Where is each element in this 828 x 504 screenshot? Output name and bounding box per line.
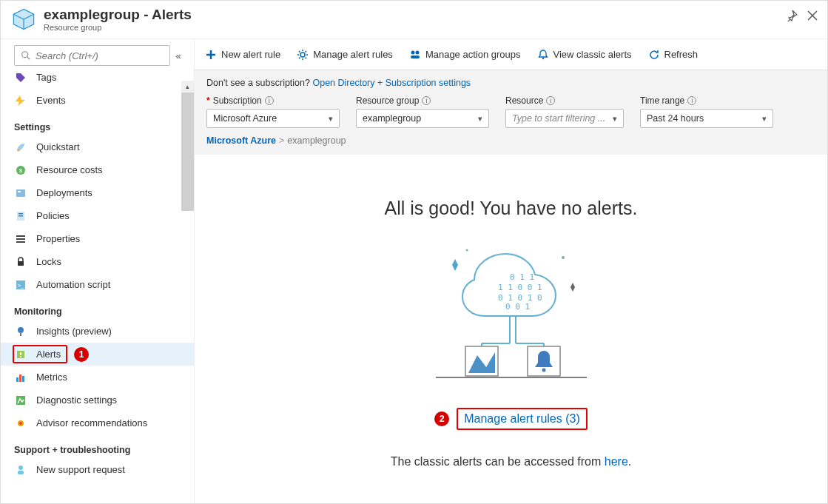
- tag-icon: [14, 72, 27, 84]
- breadcrumb-current: examplegroup: [287, 135, 346, 146]
- sidebar-item-label: Policies: [36, 210, 70, 221]
- search-placeholder: Search (Ctrl+/): [36, 50, 98, 61]
- svg-rect-13: [18, 213, 23, 215]
- manage-alert-rules-button[interactable]: Manage alert rules: [297, 49, 393, 61]
- svg-rect-39: [411, 56, 420, 58]
- sidebar-item-policies[interactable]: Policies: [1, 204, 194, 227]
- manage-alert-rules-link[interactable]: Manage alert rules (3): [464, 412, 580, 425]
- empty-state-title: All is good! You have no alerts.: [385, 198, 638, 219]
- sidebar-item-diagnostic-settings[interactable]: Diagnostic settings: [1, 389, 194, 411]
- bell-icon: [537, 49, 549, 61]
- sidebar-item-label: Metrics: [36, 372, 67, 383]
- view-classic-alerts-button[interactable]: View classic alerts: [537, 49, 632, 61]
- svg-point-36: [300, 53, 305, 57]
- sidebar-item-properties[interactable]: Properties: [1, 227, 194, 250]
- svg-line-5: [27, 57, 30, 60]
- info-icon[interactable]: i: [687, 96, 696, 105]
- sidebar-group-monitoring: Monitoring: [1, 296, 194, 320]
- svg-point-37: [411, 50, 414, 54]
- sidebar-item-tags[interactable]: Tags: [1, 67, 194, 89]
- select-value: examplegroup: [363, 113, 421, 124]
- manage-action-groups-button[interactable]: Manage action groups: [409, 49, 521, 61]
- svg-rect-15: [16, 235, 25, 237]
- empty-state: All is good! You have no alerts. 0 1 1 1…: [195, 155, 827, 503]
- toolbar-label: New alert rule: [221, 49, 280, 60]
- info-icon[interactable]: i: [265, 96, 274, 105]
- policies-icon: [14, 210, 27, 222]
- sidebar-item-resource-costs[interactable]: $ Resource costs: [1, 158, 194, 181]
- svg-rect-33: [18, 471, 24, 474]
- properties-icon: [14, 233, 27, 245]
- advisor-icon: [14, 417, 27, 429]
- events-icon: [14, 95, 27, 107]
- select-value: Past 24 hours: [647, 113, 704, 124]
- empty-state-illustration: 0 1 1 1 1 0 0 1 0 1 0 1 0 0 0 1: [423, 235, 600, 386]
- sidebar-item-events[interactable]: Events: [1, 89, 194, 112]
- svg-rect-28: [22, 376, 24, 382]
- search-input[interactable]: Search (Ctrl+/): [14, 45, 170, 66]
- breadcrumb-root-link[interactable]: Microsoft Azure: [206, 135, 276, 146]
- classic-suffix: .: [628, 455, 631, 468]
- select-value: Microsoft Azure: [213, 113, 277, 124]
- sidebar-item-alerts[interactable]: Alerts 1: [1, 343, 194, 366]
- subscription-note: Don't see a subscription? Open Directory…: [206, 78, 815, 88]
- info-icon[interactable]: i: [546, 96, 555, 105]
- note-prefix: Don't see a subscription?: [206, 78, 312, 88]
- svg-point-21: [18, 327, 24, 333]
- sidebar-item-deployments[interactable]: Deployments: [1, 181, 194, 204]
- callout-highlight-2: Manage alert rules (3): [457, 408, 588, 430]
- svg-rect-27: [19, 374, 21, 382]
- collapse-sidebar-icon[interactable]: «: [170, 50, 186, 61]
- classic-alerts-link[interactable]: here: [605, 455, 628, 468]
- sidebar-item-metrics[interactable]: Metrics: [1, 366, 194, 389]
- new-alert-rule-button[interactable]: New alert rule: [205, 49, 280, 61]
- toolbar-label: Manage alert rules: [313, 49, 393, 60]
- sidebar-item-automation-script[interactable]: >_ Automation script: [1, 273, 194, 296]
- sidebar-item-label: Events: [36, 95, 66, 106]
- sidebar-item-quickstart[interactable]: Quickstart: [1, 135, 194, 158]
- close-icon[interactable]: [807, 10, 818, 24]
- sidebar-item-locks[interactable]: Locks: [1, 250, 194, 273]
- lock-icon: [14, 256, 27, 268]
- resource-group-icon: [11, 7, 36, 34]
- page-title: examplegroup - Alerts: [44, 7, 192, 23]
- svg-rect-22: [20, 333, 21, 336]
- chevron-down-icon: ▾: [329, 114, 333, 124]
- resource-costs-icon: $: [14, 164, 27, 176]
- sidebar-item-label: Quickstart: [36, 141, 80, 152]
- svg-text:0 0 1: 0 0 1: [505, 302, 530, 312]
- resource-filter-input[interactable]: Type to start filtering ...▾: [505, 109, 624, 128]
- support-icon: [14, 464, 27, 476]
- callout-badge-2: 2: [434, 411, 449, 426]
- svg-text:1 1 0 0 1: 1 1 0 0 1: [498, 283, 542, 292]
- time-range-select[interactable]: Past 24 hours▾: [640, 109, 773, 128]
- sidebar-group-settings: Settings: [1, 112, 194, 135]
- svg-point-7: [18, 149, 20, 151]
- page-subtitle: Resource group: [44, 23, 192, 32]
- sidebar-item-label: Deployments: [36, 187, 92, 198]
- sidebar-item-new-support[interactable]: New support request: [1, 458, 194, 481]
- refresh-button[interactable]: Refresh: [648, 49, 699, 61]
- sidebar-item-advisor[interactable]: Advisor recommendations: [1, 411, 194, 434]
- plus-icon: [205, 49, 217, 61]
- info-icon[interactable]: i: [422, 96, 431, 105]
- open-directory-link[interactable]: Open Directory + Subscription settings: [312, 78, 471, 88]
- time-range-label: Time range: [640, 95, 684, 106]
- sidebar-item-label: Advisor recommendations: [36, 417, 147, 429]
- sidebar-item-label: Automation script: [36, 279, 110, 290]
- subscription-select[interactable]: Microsoft Azure▾: [206, 109, 340, 128]
- svg-point-40: [542, 57, 543, 58]
- refresh-icon: [648, 49, 660, 61]
- action-groups-icon: [409, 49, 421, 61]
- pin-icon[interactable]: [786, 10, 798, 24]
- classic-alerts-text: The classic alerts can be accessed from …: [391, 455, 632, 468]
- main-pane: New alert rule Manage alert rules Manage…: [195, 39, 827, 503]
- svg-point-41: [562, 256, 565, 259]
- svg-rect-18: [18, 261, 24, 266]
- sidebar-item-label: Insights (preview): [36, 326, 112, 337]
- sidebar-item-insights[interactable]: Insights (preview): [1, 320, 194, 343]
- quickstart-icon: [14, 141, 27, 153]
- required-star: *: [206, 95, 210, 106]
- resource-group-select[interactable]: examplegroup▾: [356, 109, 489, 128]
- breadcrumb-sep: >: [279, 135, 284, 146]
